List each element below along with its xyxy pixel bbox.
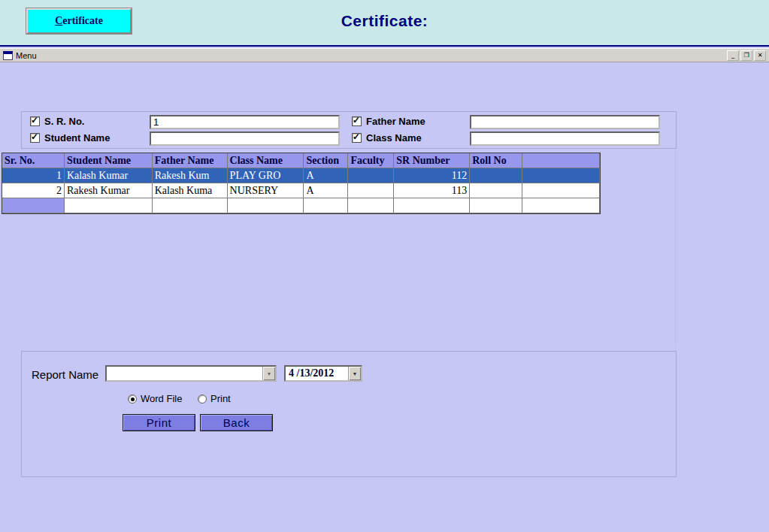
grid-cell[interactable]: Kalash Kuma (153, 183, 228, 198)
grid-cell[interactable]: Kalash Kumar (65, 168, 153, 183)
father-name-label: Father Name (366, 116, 425, 127)
grid-header-cell[interactable]: Father Name (153, 153, 228, 168)
grid-cell[interactable] (394, 198, 470, 213)
window-controls: _ ❐ ✕ (727, 50, 766, 61)
grid-cell[interactable] (228, 198, 304, 213)
back-button[interactable]: Back (200, 414, 273, 431)
class-name-checkbox[interactable]: ✓ (352, 133, 362, 143)
table-row[interactable]: 1Kalash KumarRakesh KumPLAY GROA112 (2, 168, 600, 183)
page-title: Certificate: (0, 12, 769, 30)
table-row[interactable]: 2Rakesh KumarKalash KumaNURSERYA113 (2, 183, 600, 198)
window-title: Menu (16, 51, 727, 60)
radio-dot-icon (131, 397, 135, 401)
grid-header-row: Sr. No.Student NameFather NameClass Name… (2, 153, 600, 168)
grid-header-cell[interactable]: Faculty (348, 153, 394, 168)
grid-cell[interactable] (304, 198, 348, 213)
grid-cell[interactable] (348, 168, 394, 183)
grid-header-cell[interactable]: Roll No (470, 153, 522, 168)
word-file-radio-label: Word File (141, 393, 182, 404)
close-button[interactable]: ✕ (754, 50, 766, 61)
print-radio-label: Print (210, 393, 231, 404)
grid-cell[interactable] (65, 198, 153, 213)
date-picker[interactable]: 4 /13/2012 ▼ (284, 365, 362, 382)
back-button-label: Back (223, 416, 250, 429)
report-name-combo[interactable]: ▼ (105, 365, 277, 382)
grid-cell[interactable]: A (304, 168, 348, 183)
grid-cell[interactable] (522, 168, 600, 183)
grid-cell[interactable]: 1 (2, 168, 65, 183)
grid-header-cell[interactable]: Student Name (65, 153, 153, 168)
grid-cell[interactable] (470, 198, 522, 213)
grid-header-cell[interactable]: Class Name (228, 153, 304, 168)
report-name-label: Report Name (32, 368, 98, 381)
sr-no-label: S. R. No. (44, 116, 84, 127)
grid-cell[interactable]: A (304, 183, 348, 198)
student-grid: Sr. No.Student NameFather NameClass Name… (2, 153, 601, 214)
grid-cell[interactable]: Rakesh Kumar (65, 183, 153, 198)
grid-cell[interactable]: PLAY GRO (228, 168, 304, 183)
check-icon: ✓ (31, 131, 38, 142)
header-bar: Certificate Certificate: (0, 0, 769, 47)
grid-cell[interactable] (522, 198, 600, 213)
grid-cell[interactable]: 112 (394, 168, 470, 183)
word-file-radio[interactable]: Word File (128, 393, 182, 404)
class-name-input[interactable] (470, 131, 660, 146)
minimize-icon: _ (731, 52, 734, 59)
application-window: Certificate Certificate: Menu _ ❐ ✕ ✓ S.… (0, 0, 769, 532)
mdi-titlebar: Menu _ ❐ ✕ (0, 48, 769, 62)
grid-cell[interactable] (2, 198, 65, 213)
grid-cell[interactable]: 113 (394, 183, 470, 198)
print-button-label: Print (147, 416, 171, 429)
check-icon: ✓ (353, 131, 360, 142)
restore-button[interactable]: ❐ (740, 50, 752, 61)
grid-cell[interactable] (348, 183, 394, 198)
sr-no-checkbox[interactable]: ✓ (30, 116, 40, 126)
restore-icon: ❐ (743, 52, 749, 59)
radio-circle-icon (198, 394, 207, 404)
check-icon: ✓ (31, 115, 38, 125)
father-name-checkbox[interactable]: ✓ (352, 116, 362, 126)
grid-frame-edge (675, 150, 676, 347)
father-name-input[interactable] (470, 115, 660, 129)
student-name-checkbox[interactable]: ✓ (30, 133, 40, 143)
grid-header-cell[interactable]: SR Number (394, 153, 470, 168)
grid-cell[interactable] (153, 198, 228, 213)
radio-circle-icon (128, 394, 137, 404)
grid-cell[interactable]: NURSERY (228, 183, 304, 198)
grid-header-cell[interactable]: Sr. No. (2, 153, 65, 168)
grid-cell[interactable]: 2 (2, 183, 65, 198)
class-name-label: Class Name (366, 132, 422, 144)
student-name-input[interactable] (150, 131, 340, 146)
check-icon: ✓ (353, 115, 360, 125)
print-button[interactable]: Print (123, 414, 195, 431)
grid-cell[interactable] (522, 183, 600, 198)
print-radio[interactable]: Print (198, 393, 231, 404)
grid-cell[interactable] (348, 198, 394, 213)
student-name-label: Student Name (44, 132, 110, 144)
grid-header-cell[interactable]: Section (304, 153, 348, 168)
table-row[interactable] (2, 198, 600, 213)
form-icon (3, 51, 13, 60)
dropdown-arrow-icon[interactable]: ▼ (262, 367, 275, 380)
sr-no-input[interactable] (150, 115, 340, 129)
date-picker-value: 4 /13/2012 (286, 367, 348, 380)
grid-header-cell[interactable] (522, 153, 600, 168)
report-name-combo-value (107, 367, 262, 380)
grid-cell[interactable] (470, 183, 522, 198)
dropdown-arrow-icon[interactable]: ▼ (348, 367, 361, 380)
grid-cell[interactable]: Rakesh Kum (153, 168, 228, 183)
minimize-button[interactable]: _ (727, 50, 739, 61)
close-icon: ✕ (758, 52, 763, 59)
grid-cell[interactable] (470, 168, 522, 183)
